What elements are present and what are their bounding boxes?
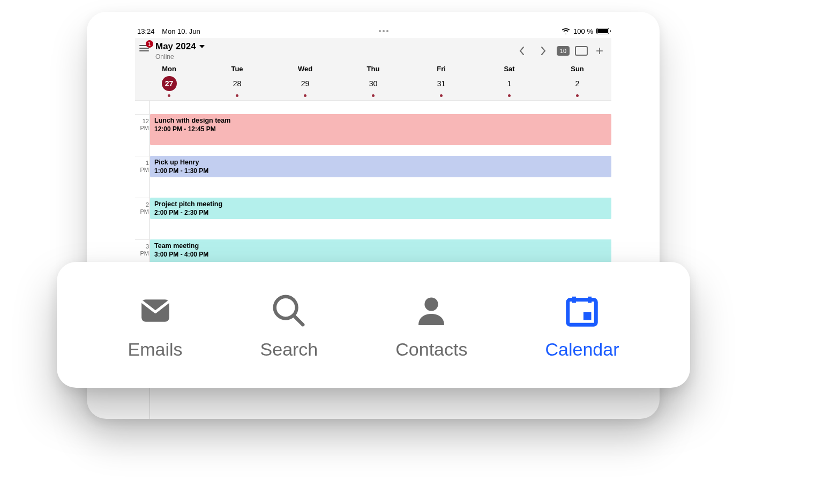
calendar-event[interactable]: Lunch with design team12:00 PM - 12:45 P… <box>150 114 611 145</box>
day-column-thu[interactable]: Thu30 <box>339 65 407 97</box>
event-title: Project pitch meeting <box>154 200 607 208</box>
day-of-week-label: Wed <box>298 65 312 73</box>
statusbar-left: 13:24 Mon 10. Jun <box>137 27 206 35</box>
prev-week-button[interactable] <box>514 43 530 59</box>
event-indicator-dot <box>508 94 511 97</box>
day-number: 29 <box>298 76 313 91</box>
tab-label: Emails <box>128 339 183 360</box>
day-column-sat[interactable]: Sat1 <box>475 65 543 97</box>
day-column-wed[interactable]: Wed29 <box>271 65 339 97</box>
add-event-button[interactable]: + <box>593 43 606 58</box>
battery-icon <box>596 28 609 34</box>
tab-search[interactable]: Search <box>260 290 318 360</box>
day-of-week-label: Sat <box>504 65 514 73</box>
hour-label: 2PM <box>135 201 150 215</box>
day-of-week-label: Thu <box>367 65 380 73</box>
calendar-header: 1 May 2024 Online <box>135 39 611 101</box>
statusbar-date: Mon 10. Jun <box>162 27 200 35</box>
hour-label: 1PM <box>135 160 150 173</box>
ios-status-bar: 13:24 Mon 10. Jun 100 % <box>135 24 611 39</box>
event-indicator-dot <box>236 94 238 97</box>
statusbar-time: 13:24 <box>137 27 155 35</box>
calendar-event[interactable]: Project pitch meeting2:00 PM - 2:30 PM <box>150 198 611 219</box>
event-time: 2:00 PM - 2:30 PM <box>154 209 607 216</box>
event-indicator-dot <box>576 94 579 97</box>
tab-bar: EmailsSearchContactsCalendar <box>57 262 690 388</box>
chevron-right-icon <box>540 46 547 56</box>
tab-contacts[interactable]: Contacts <box>395 290 467 360</box>
chevron-down-icon <box>199 45 205 48</box>
statusbar-handle-dots <box>379 30 388 32</box>
next-week-button[interactable] <box>535 43 551 59</box>
event-time: 3:00 PM - 4:00 PM <box>154 251 607 258</box>
view-days-badge[interactable]: 10 <box>557 46 570 56</box>
svg-line-2 <box>294 315 303 325</box>
day-number: 28 <box>230 76 245 91</box>
event-indicator-dot <box>168 94 170 97</box>
tab-label: Calendar <box>545 339 619 360</box>
contacts-icon <box>410 290 452 332</box>
menu-badge: 1 <box>146 40 153 48</box>
day-of-week-label: Fri <box>437 65 446 73</box>
wifi-icon <box>562 28 570 34</box>
day-column-sun[interactable]: Sun2 <box>543 65 611 97</box>
month-title: May 2024 <box>155 41 196 52</box>
emails-icon <box>134 290 176 332</box>
day-of-week-label: Mon <box>162 65 176 73</box>
event-indicator-dot <box>304 94 306 97</box>
day-of-week-label: Tue <box>231 65 243 73</box>
search-icon <box>268 290 310 332</box>
menu-button[interactable]: 1 <box>137 41 151 55</box>
day-column-fri[interactable]: Fri31 <box>407 65 475 97</box>
event-indicator-dot <box>372 94 375 97</box>
day-column-tue[interactable]: Tue28 <box>203 65 271 97</box>
tab-label: Search <box>260 339 318 360</box>
calendar-event[interactable]: Pick up Henry1:00 PM - 1:30 PM <box>150 156 611 177</box>
hour-label: 3PM <box>135 243 150 257</box>
event-title: Pick up Henry <box>154 159 607 166</box>
hour-label: 12PM <box>135 118 150 131</box>
event-title: Team meeting <box>154 242 607 250</box>
chevron-left-icon <box>519 46 525 56</box>
event-indicator-dot <box>440 94 443 97</box>
day-number: 2 <box>570 76 585 91</box>
tab-label: Contacts <box>395 339 467 360</box>
day-number: 1 <box>502 76 517 91</box>
day-of-week-label: Sun <box>571 65 584 73</box>
weekday-header: Mon27Tue28Wed29Thu30Fri31Sat1Sun2 <box>135 61 611 100</box>
event-time: 1:00 PM - 1:30 PM <box>154 167 607 175</box>
day-column-mon[interactable]: Mon27 <box>135 65 203 97</box>
svg-rect-5 <box>583 312 592 320</box>
tab-calendar[interactable]: Calendar <box>545 290 619 360</box>
statusbar-right: 100 % <box>562 27 609 35</box>
event-title: Lunch with design team <box>154 117 607 124</box>
day-number: 31 <box>434 76 449 91</box>
svg-point-3 <box>425 297 438 311</box>
day-number: 27 <box>162 76 177 91</box>
svg-rect-4 <box>568 300 596 325</box>
battery-percent: 100 % <box>573 27 593 35</box>
tab-emails[interactable]: Emails <box>128 290 183 360</box>
connection-status: Online <box>155 53 205 61</box>
view-mode-button[interactable] <box>575 46 588 56</box>
month-picker[interactable]: May 2024 <box>155 41 205 52</box>
day-number: 30 <box>366 76 381 91</box>
calendar-icon <box>561 290 603 332</box>
event-time: 12:00 PM - 12:45 PM <box>154 125 607 133</box>
